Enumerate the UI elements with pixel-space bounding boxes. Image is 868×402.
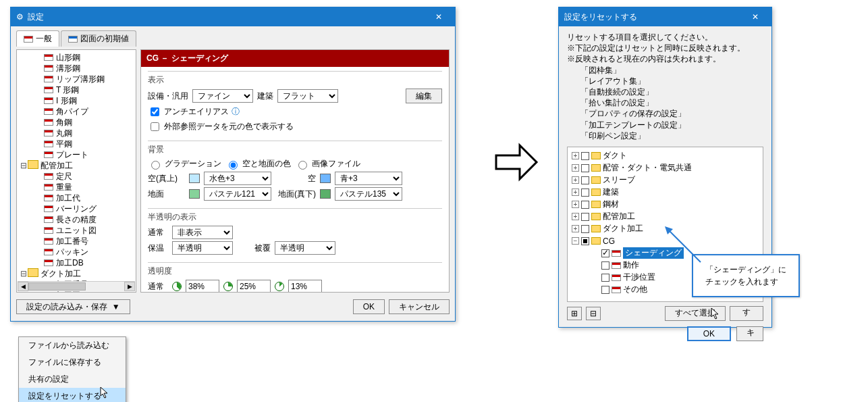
- expand-all-button[interactable]: ⊞: [567, 307, 582, 320]
- skytop-select[interactable]: 水色+3: [204, 172, 271, 185]
- menu-shared-settings[interactable]: 共有の設定: [19, 371, 126, 388]
- tree-item[interactable]: パッキン: [17, 247, 136, 257]
- arch-select[interactable]: フラット: [277, 89, 338, 103]
- trans-cover-select[interactable]: 半透明: [275, 241, 335, 255]
- other-checkbox[interactable]: [601, 286, 609, 294]
- redflag-icon: [44, 151, 53, 158]
- folder-checkbox[interactable]: [581, 176, 589, 184]
- tree-folder[interactable]: +スリーブ: [569, 174, 761, 186]
- redflag-icon: [612, 262, 621, 269]
- folder-checkbox[interactable]: [581, 164, 589, 172]
- bg-gradation-radio[interactable]: [151, 161, 160, 170]
- tab-general[interactable]: 一般: [16, 30, 59, 47]
- group-background: 背景: [148, 144, 442, 155]
- trans-insul-select[interactable]: 半透明: [172, 241, 233, 255]
- expand-icon[interactable]: +: [572, 164, 579, 172]
- bg-skyground-radio[interactable]: [229, 161, 238, 170]
- tree-item[interactable]: T 形鋼: [17, 84, 136, 95]
- ok-button[interactable]: OK: [353, 299, 385, 314]
- shading-checkbox[interactable]: [601, 249, 609, 257]
- sky-select[interactable]: 青+3: [335, 172, 402, 185]
- folder-checkbox[interactable]: [581, 189, 589, 197]
- expand-icon[interactable]: +: [572, 201, 579, 208]
- equip-select[interactable]: ファイン: [192, 89, 253, 103]
- tree-item[interactable]: 加工DB: [17, 257, 136, 268]
- redflag-icon: [44, 76, 53, 82]
- redflag-icon: [44, 216, 53, 223]
- edit-button[interactable]: 編集: [406, 89, 442, 103]
- tree-item[interactable]: 長さの精度: [17, 214, 136, 225]
- load-save-button[interactable]: 設定の読み込み・保存 ▼: [16, 299, 130, 314]
- pie-icon: [223, 282, 233, 291]
- folder-checkbox[interactable]: [581, 152, 589, 160]
- expand-icon[interactable]: +: [572, 213, 579, 220]
- opacity-normal-input[interactable]: [186, 280, 219, 293]
- tree-item[interactable]: プレート: [17, 149, 136, 160]
- tree-folder[interactable]: +建築: [569, 186, 761, 199]
- tree-folder[interactable]: +配管加工: [569, 211, 761, 223]
- ground-select[interactable]: パステル121: [204, 187, 271, 201]
- scroll-thumb[interactable]: [28, 282, 86, 291]
- redflag-icon: [612, 286, 621, 293]
- tree-item[interactable]: 丸鋼: [17, 128, 136, 139]
- expand-icon[interactable]: +: [572, 189, 579, 196]
- interference-checkbox[interactable]: [601, 274, 609, 282]
- tree-folder[interactable]: +配管・ダクト・電気共通: [569, 162, 761, 174]
- menu-load-from-file[interactable]: ファイルから読み込む: [19, 337, 126, 354]
- cancel-button[interactable]: キャンセル: [736, 326, 763, 341]
- tree-item[interactable]: 溝形鋼: [17, 63, 136, 74]
- tree-item[interactable]: ユニット図: [17, 225, 136, 236]
- tree-item[interactable]: I 形鋼: [17, 95, 136, 106]
- close-icon[interactable]: ✕: [428, 12, 450, 22]
- tree-item[interactable]: 加工番号: [17, 236, 136, 247]
- folder-checkbox[interactable]: [581, 201, 589, 209]
- menu-save-to-file[interactable]: ファイルに保存する: [19, 354, 126, 371]
- opacity2-input[interactable]: [237, 280, 271, 293]
- settings-tree[interactable]: 山形鋼溝形鋼リップ溝形鋼T 形鋼I 形鋼角パイプ角鋼丸鋼平鋼プレート ⊟配管加工…: [16, 49, 136, 293]
- tree-item[interactable]: 定尺: [17, 171, 136, 182]
- folder-icon: [591, 152, 601, 159]
- opacity3-input[interactable]: [288, 280, 322, 293]
- bg-image-radio[interactable]: [298, 161, 307, 170]
- extref-checkbox[interactable]: [151, 122, 159, 131]
- tree-item[interactable]: 平鋼: [17, 139, 136, 149]
- deselect-all-button[interactable]: すべて解除: [730, 306, 763, 321]
- tree-folder[interactable]: +ダクト: [569, 150, 761, 162]
- collapse-all-button[interactable]: ⊟: [586, 307, 601, 320]
- tree-item[interactable]: リップ溝形鋼: [17, 74, 136, 84]
- tree-item[interactable]: 加工代: [17, 193, 136, 203]
- folder-checkbox[interactable]: [581, 225, 589, 233]
- cancel-button[interactable]: キャンセル: [389, 299, 450, 314]
- tab-drawing-defaults[interactable]: 図面の初期値: [61, 30, 136, 47]
- expand-icon[interactable]: +: [572, 225, 579, 232]
- titlebar: 設定をリセットする ✕: [559, 7, 771, 26]
- gear-icon: ⚙: [16, 12, 24, 22]
- expand-icon[interactable]: +: [572, 176, 579, 184]
- scroll-right-icon[interactable]: ▶: [124, 282, 135, 291]
- tree-folder[interactable]: +鋼材: [569, 199, 761, 211]
- blueflag-icon: [68, 36, 78, 43]
- close-icon[interactable]: ✕: [744, 12, 766, 22]
- tree-item[interactable]: 角パイプ: [17, 106, 136, 117]
- groundbot-select[interactable]: パステル135: [335, 187, 402, 201]
- tree-item[interactable]: 山形鋼: [17, 52, 136, 63]
- tree-item[interactable]: 重量: [17, 182, 136, 193]
- scroll-left-icon[interactable]: ◀: [18, 282, 28, 291]
- tree-item[interactable]: 角鋼: [17, 117, 136, 128]
- menu-reset-settings[interactable]: 設定をリセットする: [19, 388, 126, 402]
- help-text: リセットする項目を選択してください。 ※下記の設定はリセットと同時に反映されます…: [559, 26, 771, 144]
- info-icon[interactable]: ⓘ: [232, 106, 240, 118]
- horizontal-scrollbar[interactable]: ◀ ▶: [18, 281, 135, 291]
- collapse-icon[interactable]: −: [572, 237, 579, 245]
- trans-normal-select[interactable]: 非表示: [172, 226, 233, 239]
- select-all-button[interactable]: すべて選択: [665, 306, 726, 321]
- tree-item-shading[interactable]: シェーディング: [623, 247, 684, 259]
- tree-folder[interactable]: +ダクト加工: [569, 223, 761, 235]
- tree-item[interactable]: バーリング: [17, 203, 136, 214]
- ok-button[interactable]: OK: [687, 326, 731, 341]
- cg-checkbox[interactable]: [581, 237, 589, 245]
- antialias-checkbox[interactable]: [151, 107, 159, 116]
- folder-checkbox[interactable]: [581, 213, 589, 221]
- expand-icon[interactable]: +: [572, 152, 579, 159]
- motion-checkbox[interactable]: [601, 261, 609, 270]
